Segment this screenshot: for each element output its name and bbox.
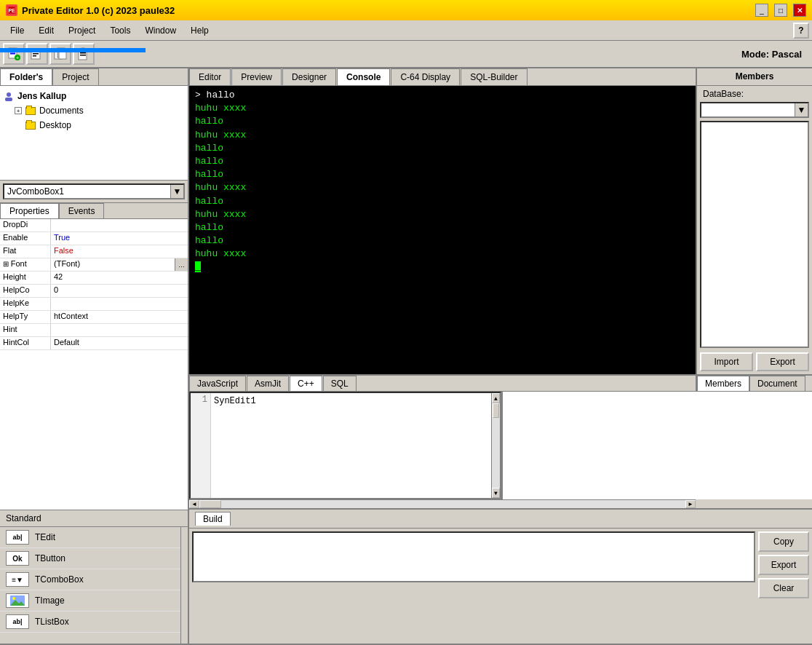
code-hscrollbar[interactable]: ◄ ► (189, 499, 696, 508)
prop-row-font[interactable]: Font (TFont) … (0, 258, 188, 272)
copy-button[interactable]: Copy (758, 531, 809, 552)
standard-tab: Standard ab| TEdit Ok TButton ≡▼ TComboB… (0, 510, 188, 644)
code-tabs-row: JavaScript AsmJit C++ SQL Members Docume… (189, 376, 812, 392)
tree-root[interactable]: Jens Kallup (3, 89, 185, 103)
code-vscrollbar[interactable]: ▲ ▼ (491, 393, 500, 498)
combobox-arrow[interactable]: ▼ (170, 185, 183, 198)
components-list: ab| TEdit Ok TButton ≡▼ TComboBox (0, 527, 180, 644)
svg-text:PE: PE (8, 8, 15, 13)
prop-row-dropdl[interactable]: DropDi (0, 219, 188, 232)
tree-view: Jens Kallup + Documents Desktop (0, 86, 188, 181)
help-button[interactable]: ? (793, 23, 809, 39)
tab-project[interactable]: Project (52, 68, 98, 85)
code-line-1: SynEdit1 (214, 395, 488, 408)
tree-item-documents[interactable]: + Documents (15, 103, 185, 118)
scroll-down-btn[interactable]: ▼ (492, 488, 500, 498)
database-combo[interactable]: ▼ (700, 102, 809, 118)
mid-panel-content (501, 392, 812, 499)
code-content[interactable]: SynEdit1 (211, 393, 491, 498)
hscroll-thumb[interactable] (199, 500, 221, 508)
export-button[interactable]: Export (756, 352, 809, 371)
copy-doc-button[interactable] (49, 43, 71, 65)
database-combo-arrow[interactable]: ▼ (795, 103, 808, 116)
tab-editor[interactable]: Editor (189, 68, 231, 85)
tab-sql[interactable]: SQL (323, 376, 357, 391)
tab-c64display[interactable]: C-64 Display (391, 68, 460, 85)
prop-val: True (51, 232, 188, 245)
prop-row-helpco[interactable]: HelpCo 0 (0, 285, 188, 298)
prop-row-height[interactable]: Height 42 (0, 272, 188, 285)
code-editor[interactable]: 1 SynEdit1 ▲ ▼ (189, 392, 501, 499)
paste-doc-button[interactable] (73, 43, 95, 65)
console-line-6: hallo (195, 168, 690, 181)
tab-javascript[interactable]: JavaScript (189, 376, 246, 391)
export-build-button[interactable]: Export (758, 555, 809, 575)
prop-row-flat[interactable]: Flat False (0, 245, 188, 258)
prop-row-hintcol[interactable]: HintCol Default (0, 337, 188, 350)
component-tedit[interactable]: ab| TEdit (0, 527, 180, 548)
prop-expand-btn[interactable]: … (175, 258, 188, 271)
tlistbox-icon: ab| (6, 614, 29, 629)
prop-key: Hint (0, 324, 51, 336)
menu-help[interactable]: Help (183, 23, 216, 39)
scroll-thumb[interactable] (493, 403, 499, 418)
right-area: Editor Preview Designer Console C-64 Dis… (189, 68, 812, 644)
svg-text:+: + (16, 55, 20, 61)
tab-preview[interactable]: Preview (231, 68, 282, 85)
components-scrollbar[interactable] (180, 527, 188, 644)
tab-properties[interactable]: Properties (0, 203, 59, 218)
prop-row-helpty[interactable]: HelpTy htContext (0, 311, 188, 324)
menu-file[interactable]: File (3, 23, 31, 39)
component-tbutton[interactable]: Ok TButton (0, 548, 180, 569)
menu-project[interactable]: Project (61, 23, 103, 39)
prop-val: 0 (51, 285, 188, 297)
prop-val (51, 219, 188, 232)
tab-document[interactable]: Document (749, 376, 805, 391)
hscroll-right-btn[interactable]: ► (685, 500, 696, 508)
menu-tools[interactable]: Tools (103, 23, 138, 39)
import-button[interactable]: Import (700, 352, 753, 371)
prop-val: (TFont) (51, 258, 175, 271)
tab-asmjit[interactable]: AsmJit (247, 376, 289, 391)
maximize-button[interactable]: □ (774, 4, 787, 17)
tab-sqlbuilder[interactable]: SQL-Builder (461, 68, 527, 85)
prop-row-enable[interactable]: Enable True (0, 232, 188, 245)
expand-documents[interactable]: + (15, 107, 22, 114)
tab-folders[interactable]: Folder's (0, 68, 52, 85)
scroll-up-btn[interactable]: ▲ (492, 393, 500, 403)
prop-key: DropDi (0, 219, 51, 232)
menu-window[interactable]: Window (138, 23, 183, 39)
svg-rect-19 (80, 55, 86, 56)
tab-designer[interactable]: Designer (282, 68, 336, 85)
clear-button[interactable]: Clear (758, 578, 809, 598)
hscroll-left-btn[interactable]: ◄ (189, 500, 199, 508)
edit-button[interactable] (26, 43, 48, 65)
tree-item-desktop[interactable]: Desktop (15, 118, 185, 132)
new-button[interactable]: + (3, 43, 25, 65)
svg-rect-5 (10, 53, 15, 55)
minimize-button[interactable]: _ (755, 4, 768, 17)
component-tcombobox[interactable]: ≡▼ TComboBox (0, 569, 180, 590)
tcombobox-label: TComboBox (35, 574, 84, 585)
props-tabs: Properties Events (0, 203, 188, 219)
prop-val (51, 324, 188, 336)
prop-key: Height (0, 272, 51, 284)
build-tab[interactable]: Build (195, 512, 231, 526)
tab-events[interactable]: Events (59, 203, 105, 218)
prop-val: Default (51, 337, 188, 349)
tab-cpp[interactable]: C++ (290, 376, 322, 391)
progress-bar (0, 48, 146, 52)
menu-edit[interactable]: Edit (31, 23, 61, 39)
tab-members[interactable]: Members (697, 376, 749, 391)
tab-console[interactable]: Console (337, 68, 390, 85)
prop-row-helpke[interactable]: HelpKe (0, 298, 188, 311)
properties-table: DropDi Enable True Flat False Font (TFon… (0, 219, 188, 510)
console-line-2: hallo (195, 115, 690, 128)
component-timage[interactable]: TImage (0, 590, 180, 612)
prop-key: HelpKe (0, 298, 51, 310)
component-tlistbox[interactable]: ab| TListBox (0, 612, 180, 633)
prop-row-hint[interactable]: Hint (0, 324, 188, 337)
jvcombobox[interactable]: JvComboBox1 ▼ (3, 183, 185, 199)
standard-tab-header[interactable]: Standard (0, 510, 188, 527)
close-button[interactable]: ✕ (793, 4, 806, 17)
